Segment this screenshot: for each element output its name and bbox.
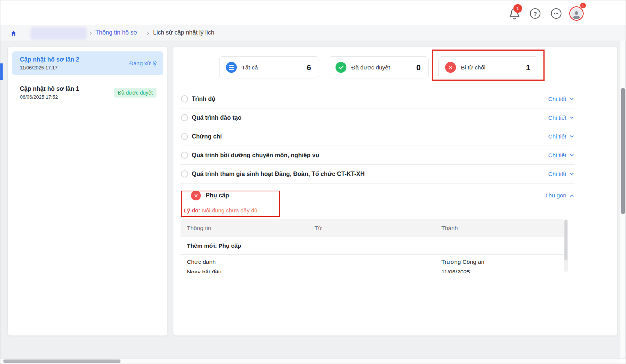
horizontal-scrollbar[interactable] [1, 358, 620, 363]
status-circle-icon [181, 170, 188, 177]
vertical-scrollbar[interactable] [620, 41, 625, 358]
cell-to: Trưởng Công an [441, 259, 564, 265]
notification-count-badge: 1 [513, 4, 522, 13]
detail-link-label: Chi tiết [548, 171, 566, 177]
user-avatar[interactable] [569, 6, 584, 21]
column-header-to: Thành [441, 225, 564, 232]
table-row: Chức danh Trưởng Công an [181, 255, 564, 269]
section-title: Quá trình đào tạo [192, 114, 241, 121]
section-row-trinh-do[interactable]: Trình độ Chi tiết [180, 90, 575, 108]
list-icon [226, 62, 237, 73]
breadcrumb: Thông tin hồ sơ Lịch sử cập nhật lý lịch [0, 26, 626, 41]
avatar-alert-badge: ! [580, 2, 586, 9]
stat-card-all[interactable]: Tất cả 6 [219, 56, 319, 78]
table-scrollbar[interactable] [564, 219, 568, 272]
chevron-up-icon [569, 193, 575, 199]
chevron-down-icon [569, 115, 575, 120]
detail-link[interactable]: Chi tiết [548, 152, 575, 159]
main-content-panel: Tất cả 6 Đã được duyệt 0 Bị từ chối 1 Tr… [173, 47, 617, 335]
table-scrollbar-thumb[interactable] [564, 220, 567, 260]
sidebar-item-update-1[interactable]: Cập nhật hồ sơ lần 1 06/06/2025 17:52 Đã… [12, 81, 163, 104]
change-table: Thông tin Từ Thành Thêm mới: Phụ cấp Chứ… [181, 219, 564, 273]
rejection-reason: Lý do: Nội dung chưa đầy đủ [184, 207, 575, 214]
column-header-from: Từ [315, 225, 441, 232]
detail-link[interactable]: Chi tiết [548, 171, 575, 177]
section-row-boi-duong[interactable]: Quá trình bồi dưỡng chuyên môn, nghiệp v… [180, 146, 575, 165]
reason-label: Lý do: [184, 207, 200, 214]
sidebar-item-title: Cập nhật hồ sơ lần 1 [20, 85, 114, 93]
sidebar-item-date: 06/06/2025 17:52 [20, 94, 114, 100]
vertical-scrollbar-thumb[interactable] [621, 88, 625, 214]
detail-link[interactable]: Chi tiết [548, 96, 575, 102]
sidebar-item-update-2[interactable]: Cập nhật hồ sơ lần 2 11/06/2025 17:17 Đa… [12, 51, 163, 75]
detail-link-label: Chi tiết [548, 96, 566, 102]
status-processing: Đang xử lý [129, 60, 156, 66]
chevron-right-icon [145, 31, 150, 36]
chevron-down-icon [569, 96, 575, 102]
sidebar-item-texts: Cập nhật hồ sơ lần 1 06/06/2025 17:52 [20, 85, 114, 100]
stat-label: Đã được duyệt [351, 64, 416, 71]
top-bar: 1 ? ! [0, 0, 626, 26]
detail-link[interactable]: Chi tiết [548, 133, 575, 140]
collapse-link-label: Thu gọn [545, 192, 566, 199]
sidebar-item-date: 11/06/2025 17:17 [20, 65, 129, 71]
sidebar-item-title: Cập nhật hồ sơ lần 2 [20, 56, 129, 64]
group-row-label: Thêm mới: Phụ cấp [181, 242, 315, 249]
sidebar-item-texts: Cập nhật hồ sơ lần 2 11/06/2025 17:17 [20, 56, 129, 71]
horizontal-scrollbar-thumb[interactable] [3, 359, 120, 363]
table-row-clipped: Ngày bắt đầu 11/06/2025 [181, 269, 564, 273]
avatar-person-icon [571, 8, 582, 19]
app-window: 1 ? ! Thông tin hồ sơ Lịch sử cập nhật l… [0, 0, 626, 364]
cell-info: Chức danh [181, 259, 315, 265]
table-row: Ngày bắt đầu 11/06/2025 [181, 269, 564, 273]
breadcrumb-link-profile-info[interactable]: Thông tin hồ sơ [95, 29, 137, 36]
stat-value: 1 [526, 63, 530, 72]
cell-info: Ngày bắt đầu [181, 269, 315, 273]
left-edge-indicator [0, 63, 3, 80]
section-title: Quá trình bồi dưỡng chuyên môn, nghiệp v… [192, 152, 319, 159]
section-row-phu-cap[interactable]: Phụ cấp Thu gọn [180, 184, 575, 208]
section-title: Trình độ [192, 96, 215, 102]
chevron-right-icon [88, 31, 93, 36]
status-circle-icon [181, 95, 188, 102]
section-title: Quá trình tham gia sinh hoạt Đảng, Đoàn,… [192, 171, 365, 177]
collapse-link[interactable]: Thu gọn [545, 192, 575, 199]
status-circle-icon [181, 152, 188, 159]
detail-link-label: Chi tiết [548, 152, 566, 159]
stat-value: 6 [307, 63, 311, 72]
section-phu-cap: Phụ cấp Thu gọn Lý do: Nội dung chưa đầy… [180, 184, 575, 214]
detail-link[interactable]: Chi tiết [548, 114, 575, 121]
section-row-chung-chi[interactable]: Chứng chỉ Chi tiết [180, 127, 575, 146]
stat-card-rejected[interactable]: Bị từ chối 1 [438, 56, 538, 78]
section-row-dao-tao[interactable]: Quá trình đào tạo Chi tiết [180, 108, 575, 127]
chevron-down-icon [569, 171, 575, 177]
x-icon [445, 62, 456, 73]
stat-card-approved[interactable]: Đã được duyệt 0 [329, 56, 429, 78]
cell-to: 11/06/2025 [441, 269, 564, 273]
breadcrumb-current-page: Lịch sử cập nhật lý lịch [153, 29, 214, 36]
section-title: Chứng chỉ [192, 133, 222, 140]
stat-value: 0 [416, 63, 421, 72]
detail-link-label: Chi tiết [548, 133, 566, 140]
help-icon[interactable]: ? [530, 8, 540, 19]
section-title: Phụ cấp [206, 192, 229, 199]
more-options-icon[interactable] [551, 8, 561, 19]
stat-label: Bị từ chối [461, 64, 526, 71]
chevron-down-icon [569, 152, 575, 158]
table-group-row: Thêm mới: Phụ cấp [181, 237, 564, 255]
chevron-down-icon [569, 134, 575, 139]
breadcrumb-redacted-item [32, 29, 85, 38]
status-badge-approved: Đã được duyệt [114, 88, 156, 98]
section-list: Trình độ Chi tiết Quá trình đào tạo Chi … [180, 90, 575, 214]
reason-text: Nội dung chưa đầy đủ [202, 207, 257, 214]
ellipsis-icon [553, 10, 560, 17]
section-row-sinh-hoat[interactable]: Quá trình tham gia sinh hoạt Đảng, Đoàn,… [180, 165, 575, 184]
status-circle-icon [181, 114, 188, 121]
update-history-sidebar: Cập nhật hồ sơ lần 2 11/06/2025 17:17 Đa… [8, 47, 167, 335]
check-icon [336, 62, 346, 73]
detail-link-label: Chi tiết [548, 114, 566, 121]
status-circle-icon [181, 133, 188, 140]
home-icon[interactable] [11, 30, 17, 36]
column-header-info: Thông tin [181, 225, 315, 232]
rejected-x-icon [191, 191, 201, 200]
